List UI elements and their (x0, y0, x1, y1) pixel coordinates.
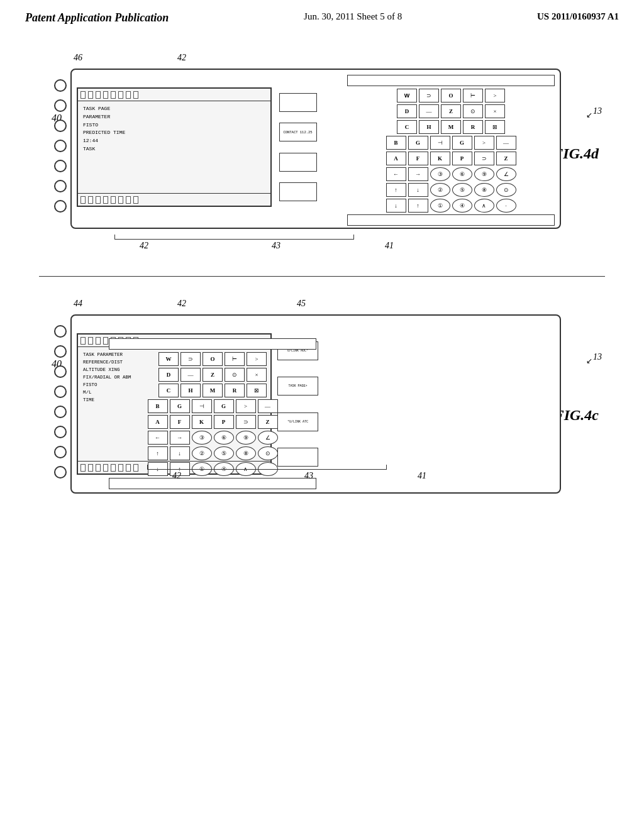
key-bvdash[interactable]: ⊢ (225, 352, 245, 366)
key-bodot2[interactable]: ⊙ (258, 446, 278, 460)
softkey-2-top[interactable]: CONTACT 112.25 (279, 123, 317, 141)
key-1[interactable]: ① (430, 199, 450, 213)
key-bG1[interactable]: G (170, 399, 190, 413)
key-darr2[interactable]: ↓ (386, 199, 406, 213)
key-G2[interactable]: G (452, 136, 472, 150)
key-rarr[interactable]: → (408, 167, 428, 181)
key-caret[interactable]: ∧ (474, 199, 494, 213)
circle-btn-1[interactable] (54, 79, 67, 92)
key-4[interactable]: ④ (452, 199, 472, 213)
key-bB[interactable]: B (148, 399, 168, 413)
key-bD[interactable]: D (158, 368, 179, 382)
key-bM[interactable]: M (203, 384, 223, 397)
key-W[interactable]: W (397, 89, 417, 102)
key-C[interactable]: C (397, 120, 417, 134)
key-uarr2[interactable]: ↑ (408, 199, 428, 213)
key-sup[interactable]: ⊃ (419, 89, 439, 102)
circle-btn-b7[interactable] (54, 446, 67, 458)
key-dash2[interactable]: — (496, 136, 516, 150)
key-bdashv[interactable]: ⊣ (192, 399, 212, 413)
circle-btn-b4[interactable] (54, 385, 67, 398)
key-btimes[interactable]: × (247, 368, 267, 382)
key-K[interactable]: K (430, 152, 450, 165)
key-b3[interactable]: ③ (192, 431, 212, 445)
key-bP[interactable]: P (214, 415, 234, 429)
circle-btn-b6[interactable] (54, 426, 67, 438)
key-blarr[interactable]: ← (148, 431, 168, 445)
key-bF[interactable]: F (170, 415, 190, 429)
key-2[interactable]: ② (430, 183, 450, 197)
key-b2[interactable]: ② (192, 446, 212, 460)
circle-btn-b2[interactable] (54, 345, 67, 358)
circle-btn-b1[interactable] (54, 325, 67, 338)
key-O[interactable]: O (441, 89, 461, 102)
key-b9[interactable]: ⑨ (236, 431, 256, 445)
key-bgt2[interactable]: > (236, 399, 256, 413)
key-bK[interactable]: K (192, 415, 212, 429)
softkey-1-top[interactable] (279, 93, 317, 112)
circle-btn-3[interactable] (54, 119, 67, 132)
key-bZ2[interactable]: Z (258, 415, 278, 429)
key-bC[interactable]: C (158, 384, 179, 397)
key-Z[interactable]: Z (441, 104, 461, 118)
key-b6[interactable]: ⑥ (214, 431, 234, 445)
circle-btn-7[interactable] (54, 200, 67, 213)
key-5[interactable]: ⑤ (452, 183, 472, 197)
key-3[interactable]: ③ (430, 167, 450, 181)
key-bdash1[interactable]: — (180, 368, 201, 382)
key-bR[interactable]: R (225, 384, 245, 397)
key-G1[interactable]: G (408, 136, 428, 150)
key-bsup[interactable]: ⊃ (180, 352, 201, 366)
key-dot[interactable]: · (496, 199, 516, 213)
key-bZ[interactable]: Z (203, 368, 223, 382)
key-M[interactable]: M (441, 120, 461, 134)
key-otimes[interactable]: ⊠ (485, 120, 505, 134)
key-gt1[interactable]: > (485, 89, 505, 102)
key-bodot[interactable]: ⊙ (225, 368, 245, 382)
key-6[interactable]: ⑥ (452, 167, 472, 181)
circle-btn-2[interactable] (54, 99, 67, 112)
key-vdash[interactable]: ⊢ (463, 89, 483, 102)
key-bsup2[interactable]: ⊃ (236, 415, 256, 429)
circle-btn-4[interactable] (54, 140, 67, 152)
circle-btn-6[interactable] (54, 180, 67, 192)
key-9[interactable]: ⑨ (474, 167, 494, 181)
key-dash1[interactable]: — (419, 104, 439, 118)
key-botimes[interactable]: ⊠ (247, 384, 267, 397)
key-F[interactable]: F (408, 152, 428, 165)
key-bangle1[interactable]: ∠ (258, 431, 278, 445)
key-bA[interactable]: A (148, 415, 168, 429)
key-bG2[interactable]: G (214, 399, 234, 413)
circle-btn-b8[interactable] (54, 466, 67, 479)
circle-btn-b5[interactable] (54, 406, 67, 418)
key-bW[interactable]: W (158, 352, 179, 366)
key-uarr[interactable]: ↑ (386, 183, 406, 197)
key-R[interactable]: R (463, 120, 483, 134)
key-sup2[interactable]: ⊃ (474, 152, 494, 165)
key-B[interactable]: B (386, 136, 406, 150)
key-bdash2[interactable]: — (258, 399, 278, 413)
key-b8[interactable]: ⑧ (236, 446, 256, 460)
key-odot2[interactable]: ⊙ (496, 183, 516, 197)
key-Z2[interactable]: Z (496, 152, 516, 165)
softkey-4-top[interactable] (279, 182, 317, 201)
key-bdarr1[interactable]: ↓ (170, 446, 190, 460)
key-buarr[interactable]: ↑ (148, 446, 168, 460)
key-brarr[interactable]: → (170, 431, 190, 445)
key-A[interactable]: A (386, 152, 406, 165)
key-larr[interactable]: ← (386, 167, 406, 181)
key-times[interactable]: × (485, 104, 505, 118)
key-8[interactable]: ⑧ (474, 183, 494, 197)
circle-btn-5[interactable] (54, 160, 67, 172)
key-bH[interactable]: H (180, 384, 201, 397)
key-bgt1[interactable]: > (247, 352, 267, 366)
key-P[interactable]: P (452, 152, 472, 165)
key-dashv[interactable]: ⊣ (430, 136, 450, 150)
softkey-3-top[interactable] (279, 153, 317, 172)
key-b5[interactable]: ⑤ (214, 446, 234, 460)
key-angle1[interactable]: ∠ (496, 167, 516, 181)
key-D[interactable]: D (397, 104, 417, 118)
key-odot[interactable]: ⊙ (463, 104, 483, 118)
key-bO[interactable]: O (203, 352, 223, 366)
key-gt2[interactable]: > (474, 136, 494, 150)
